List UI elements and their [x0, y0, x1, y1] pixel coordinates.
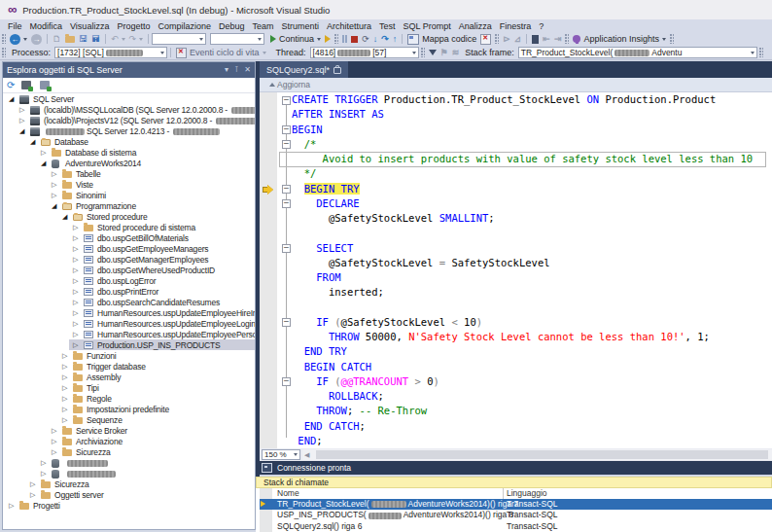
pause-button[interactable] — [342, 33, 347, 45]
tree-item-dbo-uspsearchcandidateresumes[interactable]: dbo.uspSearchCandidateResumes — [3, 297, 255, 307]
filter-threads-button[interactable] — [429, 47, 437, 58]
horizontal-scrollbar[interactable]: ◀ — [302, 449, 772, 460]
thread-combo[interactable]: [4816] [57] — [310, 47, 419, 58]
update-link[interactable]: Aggiorna — [277, 80, 310, 89]
expand-arrow-icon[interactable] — [73, 245, 80, 252]
menu-item-modifica[interactable]: Modifica — [26, 21, 67, 31]
tree-item-dbo-uspprinterror[interactable]: dbo.uspPrintError — [3, 286, 255, 297]
toolbar-combo-1[interactable] — [152, 33, 206, 45]
tree-item-tipi[interactable]: Tipi — [3, 382, 255, 393]
expand-arrow-icon[interactable] — [62, 384, 69, 391]
tree-item-database-di-sistema[interactable]: Database di sistema — [3, 147, 255, 158]
tree-item-sequenze[interactable]: Sequenze — [3, 414, 255, 425]
tree-item-trigger-database[interactable]: Trigger database — [3, 361, 255, 372]
code-line-4[interactable]: – /* — [260, 137, 772, 152]
menu-item-team[interactable]: Team — [248, 21, 277, 31]
expand-arrow-icon[interactable] — [73, 331, 80, 337]
code-line-24[interactable]: END; — [260, 434, 772, 448]
menu-item-compilazione[interactable]: Compilazione — [154, 21, 215, 31]
expand-arrow-icon[interactable] — [30, 480, 37, 487]
menu-item-sql-prompt[interactable]: SQL Prompt — [400, 21, 455, 31]
call-stack-header[interactable]: Stack di chiamate — [256, 477, 772, 488]
expand-arrow-icon[interactable] — [73, 299, 80, 305]
continue-button[interactable]: Continua — [270, 33, 321, 45]
tree-item-adventureworks2014[interactable]: AdventureWorks2014 — [3, 158, 255, 168]
expand-arrow-icon[interactable] — [62, 406, 69, 412]
undo-button[interactable]: ↶ — [111, 33, 125, 45]
tree-item-archiviazione[interactable]: Archiviazione — [3, 436, 255, 446]
toolbar-grip[interactable] — [565, 34, 569, 44]
fold-collapse-icon[interactable]: – — [282, 140, 291, 149]
column-header-name[interactable]: Nome — [277, 488, 299, 499]
code-line-7[interactable]: – BEGIN TRY — [260, 182, 772, 196]
code-line-17[interactable]: THROW 50000, N'Safety Stock Level cannot… — [260, 330, 772, 344]
code-line-15[interactable] — [260, 301, 772, 315]
expand-arrow-icon[interactable] — [41, 149, 48, 156]
collapse-arrow-icon[interactable] — [9, 95, 16, 102]
tree-item[interactable] — [3, 457, 255, 468]
collapse-arrow-icon[interactable] — [30, 138, 37, 145]
menu-item-architettura[interactable]: Architettura — [323, 21, 375, 31]
expand-arrow-icon[interactable] — [73, 341, 80, 348]
tree-item--localdb-mssqllocaldb-sql-serv[interactable]: (localdb)\MSSQLLocalDB (SQL Server 12.0.… — [3, 104, 255, 115]
expand-arrow-icon[interactable] — [9, 502, 16, 509]
code-line-18[interactable]: END TRY — [260, 344, 772, 359]
code-line-3[interactable]: –BEGIN — [260, 123, 772, 137]
expand-arrow-icon[interactable] — [62, 352, 69, 359]
tree-item-impostazioni-predefinite[interactable]: Impostazioni predefinite — [3, 404, 255, 414]
column-separator[interactable] — [503, 488, 504, 499]
show-current-frame-button[interactable]: ≋ — [452, 47, 460, 58]
tree-item-sicurezza[interactable]: Sicurezza — [3, 446, 255, 457]
fold-collapse-icon[interactable]: – — [282, 125, 291, 134]
code-line-12[interactable]: @SafetyStockLevel = SafetyStockLevel — [260, 256, 772, 270]
server-group-icon[interactable] — [40, 81, 50, 89]
column-header-language[interactable]: Linguaggio — [507, 488, 547, 499]
window-position-icon[interactable]: ▾ — [225, 62, 228, 78]
step-out-button[interactable]: ↑ — [393, 33, 398, 45]
expand-arrow-icon[interactable] — [52, 192, 58, 198]
call-stack-row-3[interactable]: SQLQuery2.sql() riga 6Transact-SQL — [260, 521, 772, 532]
expand-arrow-icon[interactable] — [41, 459, 48, 466]
code-line-5[interactable]: Avoid to insert products with value of s… — [260, 152, 772, 166]
tree-item-sinonimi[interactable]: Sinonimi — [3, 190, 255, 200]
tree-item-programmazione[interactable]: Programmazione — [3, 200, 255, 211]
expand-arrow-icon[interactable] — [73, 277, 80, 284]
menu-item-finestra[interactable]: Finestra — [496, 21, 536, 31]
tree-item-sicurezza[interactable]: Sicurezza — [3, 479, 255, 489]
intellitrace-events-button[interactable]: ⊿ — [514, 33, 522, 45]
intellitrace-button[interactable]: ⊳ — [503, 33, 510, 45]
tree-item-stored-procedure-di-sistema[interactable]: Stored procedure di sistema — [3, 222, 255, 232]
code-editor[interactable]: –CREATE TRIGGER Production.TR_Product_St… — [260, 92, 772, 448]
redo-button[interactable]: ↷ — [129, 33, 144, 45]
fold-collapse-icon[interactable]: – — [282, 377, 291, 386]
step-into-button[interactable]: ↓ — [373, 33, 378, 45]
restart-button[interactable]: ⟳ — [362, 33, 369, 45]
tree-item-dbo-uspgetwhereusedproductid[interactable]: dbo.uspGetWhereUsedProductID — [3, 265, 255, 275]
navigate-back-button[interactable]: ← — [10, 33, 27, 45]
tree-item-funzioni[interactable]: Funzioni — [3, 350, 255, 361]
code-line-16[interactable]: – IF (@SafetyStockLevel < 10) — [260, 315, 772, 330]
menu-item-debug[interactable]: Debug — [215, 21, 249, 31]
code-map-button[interactable]: Mappa codice — [407, 33, 476, 45]
toolbar-grip[interactable] — [334, 34, 338, 44]
tree-item-tabelle[interactable]: Tabelle — [3, 168, 255, 179]
bookmark-button[interactable] — [532, 33, 539, 45]
tree-item-oggetti-server[interactable]: Oggetti server — [3, 489, 255, 500]
menu-item-visualizza[interactable]: Visualizza — [66, 21, 113, 31]
expand-arrow-icon[interactable] — [73, 256, 80, 263]
remove-breakpoints-button[interactable] — [480, 33, 491, 45]
code-line-13[interactable]: FROM — [260, 270, 772, 285]
code-line-20[interactable]: – IF (@@TRANCOUNT > 0) — [260, 374, 772, 389]
code-line-22[interactable]: THROW; -- Re-Throw — [260, 404, 772, 418]
collapse-arrow-icon[interactable] — [19, 127, 26, 134]
expand-arrow-icon[interactable] — [62, 373, 69, 380]
expand-arrow-icon[interactable] — [73, 320, 80, 327]
code-line-9[interactable]: @SafetyStockLevel SMALLINT; — [260, 211, 772, 226]
fold-collapse-icon[interactable]: – — [282, 185, 291, 194]
code-line-14[interactable]: inserted; — [260, 285, 772, 300]
tree-item-viste[interactable]: Viste — [3, 179, 255, 190]
menu-item-progetto[interactable]: Progetto — [113, 21, 154, 31]
expand-arrow-icon[interactable] — [73, 266, 80, 273]
fold-collapse-icon[interactable]: – — [282, 199, 291, 208]
collapse-arrow-icon[interactable] — [52, 202, 58, 209]
